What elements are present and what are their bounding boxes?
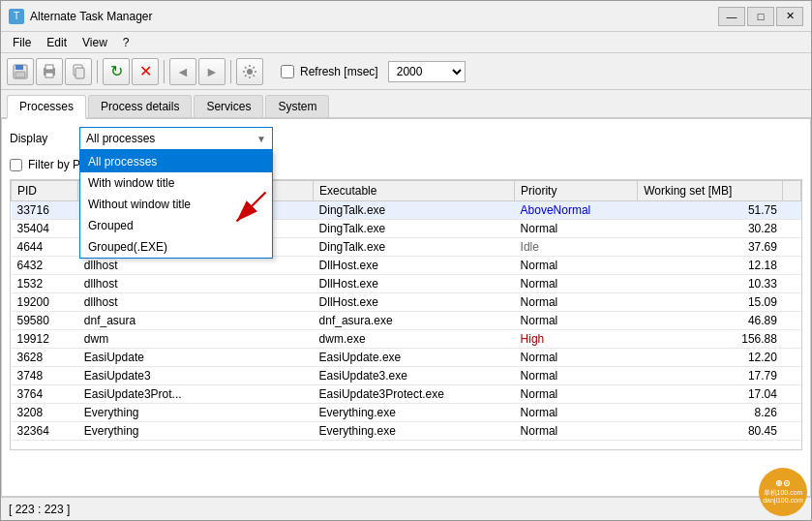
cell-2	[224, 312, 313, 330]
refresh-msec-dropdown: 2000 1000 500 5000	[388, 61, 466, 82]
copy-button[interactable]	[65, 58, 92, 85]
window-title: Alternate Task Manager	[30, 10, 153, 23]
cell-3: EasiUpdate3Protect.exe	[314, 385, 515, 404]
cell-4: Normal	[515, 422, 638, 441]
cell-1: EasiUpdate3	[78, 367, 224, 385]
col-header-pid[interactable]: PID	[12, 181, 78, 201]
refresh-msec-select[interactable]: 2000 1000 500 5000	[388, 61, 466, 82]
cell-2	[224, 422, 313, 441]
cell-3: Everything.exe	[314, 422, 515, 441]
cell-0: 3208	[12, 404, 78, 422]
table-row[interactable]: 19200dllhostDllHost.exeNormal15.09	[12, 293, 801, 312]
col-header-executable[interactable]: Executable	[314, 181, 515, 201]
svg-rect-4	[45, 65, 53, 70]
svg-point-8	[247, 69, 253, 75]
svg-rect-5	[45, 73, 53, 77]
app-icon: T	[9, 9, 24, 24]
cell-1: dllhost	[78, 275, 224, 293]
cell-0: 19912	[12, 330, 78, 349]
print-button[interactable]	[36, 58, 63, 85]
cell-5: 17.04	[638, 385, 783, 404]
cell-extra	[783, 275, 801, 293]
refresh-label: Refresh [msec]	[300, 65, 378, 78]
cell-1: EasiUpdate3Prot...	[78, 385, 224, 404]
display-label: Display	[10, 132, 68, 145]
table-row[interactable]: 32364EverythingEverything.exeNormal80.45	[12, 422, 801, 441]
toolbar-separator-3	[230, 60, 231, 83]
toolbar-separator-1	[97, 60, 98, 83]
menu-help[interactable]: ?	[115, 34, 137, 51]
save-button[interactable]	[7, 58, 34, 85]
cell-3: DllHost.exe	[314, 257, 515, 275]
settings-button[interactable]	[236, 58, 263, 85]
refresh-checkbox[interactable]	[281, 65, 294, 78]
cell-3: DllHost.exe	[314, 275, 515, 293]
forward-button[interactable]: ►	[198, 58, 226, 85]
dropdown-option-grouped-exe[interactable]: Grouped(.EXE)	[80, 236, 272, 258]
tab-system[interactable]: System	[265, 95, 329, 117]
tab-process-details[interactable]: Process details	[88, 95, 192, 117]
dropdown-option-without-window[interactable]: Without window title	[80, 194, 272, 215]
maximize-button[interactable]: □	[747, 7, 774, 26]
menu-edit[interactable]: Edit	[39, 34, 75, 51]
cell-4: Normal	[515, 257, 638, 275]
table-row[interactable]: 3208EverythingEverything.exeNormal8.26	[12, 404, 801, 422]
col-header-working-set[interactable]: Working set [MB]	[638, 181, 783, 201]
dropdown-option-grouped[interactable]: Grouped	[80, 215, 272, 236]
cell-3: DingTalk.exe	[314, 238, 515, 257]
table-row[interactable]: 59580dnf_asuradnf_asura.exeNormal46.89	[12, 312, 801, 330]
main-content: Display All processes ▼ All processes Wi…	[1, 119, 811, 497]
dropdown-option-with-window[interactable]: With window title	[80, 172, 272, 194]
cell-4: Normal	[515, 367, 638, 385]
display-dropdown: All processes ▼ All processes With windo…	[79, 127, 273, 150]
tab-services[interactable]: Services	[194, 95, 263, 117]
filter-pid-checkbox[interactable]	[10, 159, 22, 171]
menu-view[interactable]: View	[75, 34, 115, 51]
table-row[interactable]: 3764EasiUpdate3Prot...EasiUpdate3Protect…	[12, 385, 801, 404]
display-dropdown-menu: All processes With window title Without …	[79, 150, 273, 259]
cell-4: Normal	[515, 220, 638, 238]
cell-0: 4644	[12, 238, 78, 257]
stop-button[interactable]: ✕	[132, 58, 159, 85]
menu-bar: File Edit View ?	[1, 32, 811, 53]
cell-4: Normal	[515, 293, 638, 312]
cell-4: Normal	[515, 385, 638, 404]
cell-5: 37.69	[638, 238, 783, 257]
cell-3: DingTalk.exe	[314, 220, 515, 238]
table-row[interactable]: 3628EasiUpdateEasiUpdate.exeNormal12.20	[12, 349, 801, 367]
cell-5: 80.45	[638, 422, 783, 441]
menu-file[interactable]: File	[5, 34, 39, 51]
cell-extra	[783, 238, 801, 257]
cell-1: Everything	[78, 422, 224, 441]
cell-extra	[783, 293, 801, 312]
svg-rect-1	[15, 65, 23, 70]
back-button[interactable]: ◄	[169, 58, 196, 85]
refresh-button[interactable]: ↻	[103, 58, 130, 85]
col-header-priority[interactable]: Priority	[515, 181, 638, 201]
window-controls: — □ ✕	[718, 7, 803, 26]
table-row[interactable]: 19912dwmdwm.exeHigh156.88	[12, 330, 801, 349]
cell-3: EasiUpdate.exe	[314, 349, 515, 367]
cell-4: Normal	[515, 275, 638, 293]
table-row[interactable]: 3748EasiUpdate3EasiUpdate3.exeNormal17.7…	[12, 367, 801, 385]
cell-3: EasiUpdate3.exe	[314, 367, 515, 385]
cell-1: dnf_asura	[78, 312, 224, 330]
display-selected-value: All processes	[86, 132, 155, 145]
minimize-button[interactable]: —	[718, 7, 745, 26]
cell-5: 17.79	[638, 367, 783, 385]
close-button[interactable]: ✕	[776, 7, 803, 26]
cell-extra	[783, 220, 801, 238]
cell-0: 33716	[12, 201, 78, 220]
cell-1: dwm	[78, 330, 224, 349]
cell-3: DllHost.exe	[314, 293, 515, 312]
cell-1: dllhost	[78, 257, 224, 275]
display-select-button[interactable]: All processes ▼	[79, 127, 273, 150]
dropdown-option-all[interactable]: All processes	[80, 151, 272, 172]
cell-extra	[783, 330, 801, 349]
tab-processes[interactable]: Processes	[7, 95, 86, 119]
cell-0: 59580	[12, 312, 78, 330]
cell-4: Idle	[515, 238, 638, 257]
table-row[interactable]: 1532dllhostDllHost.exeNormal10.33	[12, 275, 801, 293]
table-row[interactable]: 6432dllhostDllHost.exeNormal12.18	[12, 257, 801, 275]
cell-2	[224, 330, 313, 349]
